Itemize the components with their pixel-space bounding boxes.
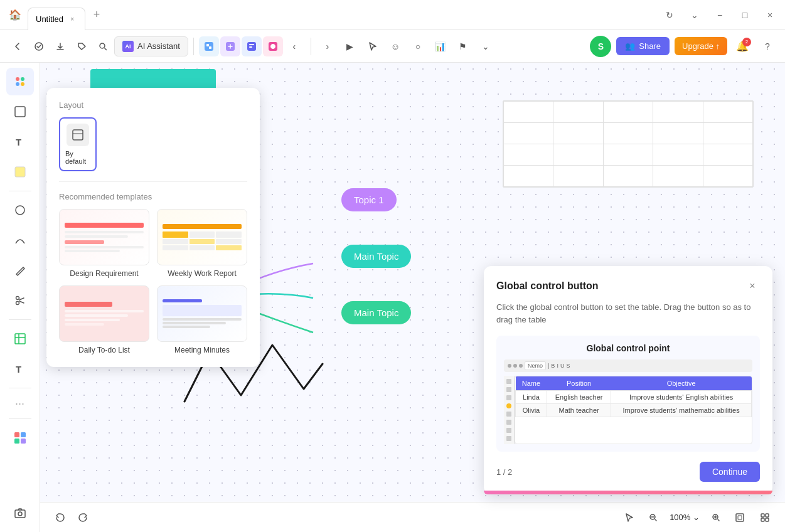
template-weekly[interactable]: Weekly Work Report [157, 209, 247, 278]
panel-description: Click the global control button to set t… [496, 301, 760, 326]
template-thumb-meeting [157, 285, 247, 342]
app-icon-1[interactable] [199, 36, 219, 56]
sidebar-palette-tool[interactable] [6, 68, 34, 95]
template-meeting[interactable]: Meeting Minutes [157, 285, 247, 354]
sidebar-text2-tool[interactable]: T [6, 355, 34, 383]
default-layout-label: By default [65, 150, 90, 165]
sidebar-scissors-tool[interactable] [6, 287, 34, 314]
template-label-daily: Daily To-do List [59, 346, 149, 354]
chart-tool[interactable]: 📊 [430, 36, 451, 56]
zoom-value[interactable]: 100% ⌄ [665, 510, 705, 524]
sidebar-sticky-tool[interactable] [6, 158, 34, 186]
mindmap-main2-node[interactable]: Main Topic [341, 301, 411, 324]
svg-rect-26 [15, 510, 25, 518]
preview-th-name: Name [516, 376, 547, 391]
sidebar-capture-tool[interactable] [6, 499, 34, 527]
preview-title: Global control point [504, 343, 752, 353]
back-btn[interactable] [8, 36, 28, 56]
app-icon-3[interactable] [242, 36, 262, 56]
continue-btn[interactable]: Continue [700, 462, 760, 482]
user-avatar[interactable]: S [590, 36, 611, 57]
redo-btn[interactable] [73, 508, 93, 528]
smiley-tool[interactable]: ☺ [385, 36, 405, 56]
sidebar-pen-tool[interactable] [6, 257, 34, 284]
preview-toolbar-sep: | [548, 363, 549, 369]
app-icon-2[interactable] [220, 36, 240, 56]
svg-point-10 [16, 77, 19, 81]
bottom-toolbar: 100% ⌄ [40, 502, 785, 532]
mindmap-topic1-node[interactable]: Topic 1 [341, 188, 397, 211]
sidebar-curve-tool[interactable] [6, 226, 34, 254]
new-tab-btn[interactable]: + [88, 6, 105, 24]
ai-icon: AI [122, 41, 134, 52]
collapse-btn[interactable]: ‹ [284, 36, 304, 56]
fit-view-btn[interactable] [730, 508, 750, 528]
save-btn[interactable] [29, 36, 49, 56]
more-tools[interactable]: ⌄ [476, 36, 496, 56]
minimize-btn[interactable]: − [710, 5, 730, 25]
svg-rect-2 [205, 42, 213, 51]
share-label: Share [639, 41, 661, 51]
download-btn[interactable] [50, 36, 70, 56]
pagination: 1 / 2 [496, 467, 512, 477]
upgrade-button[interactable]: Upgrade ↑ [675, 37, 727, 55]
undo-btn[interactable] [50, 508, 70, 528]
sidebar-text-tool[interactable]: T [6, 128, 34, 156]
refresh-btn[interactable]: ↻ [660, 5, 680, 25]
prev-sidebar-icon-1 [506, 379, 511, 384]
template-label-meeting: Meeting Minutes [157, 346, 247, 354]
sidebar-apps-btn[interactable] [6, 424, 34, 452]
left-sidebar: T T ··· [0, 63, 40, 532]
template-design-req[interactable]: Design Requirement [59, 209, 149, 278]
svg-rect-24 [14, 439, 19, 444]
templates-grid: Design Requirement [59, 209, 247, 354]
sidebar-more-dots[interactable]: ··· [15, 393, 24, 413]
help-btn[interactable]: ? [757, 36, 777, 56]
template-daily[interactable]: Daily To-do List [59, 285, 149, 354]
cursor-tool[interactable] [363, 36, 383, 56]
toolbar-center: › ▶ ☺ ○ 📊 ⚑ ⌄ [318, 36, 496, 56]
app-icon-4[interactable] [263, 36, 283, 56]
play-btn[interactable]: ▶ [340, 36, 360, 56]
template-label-design: Design Requirement [59, 269, 149, 278]
panel-close-btn[interactable]: × [745, 279, 760, 294]
zoom-in-btn[interactable] [707, 509, 725, 526]
forward-btn[interactable]: › [318, 36, 338, 56]
preview-cell-pos-2: Math teacher [547, 404, 611, 417]
maximize-btn[interactable]: □ [735, 5, 755, 25]
svg-rect-34 [761, 518, 764, 521]
table-widget[interactable] [503, 100, 754, 188]
panel-footer: 1 / 2 Continue [496, 462, 760, 482]
search-btn[interactable] [93, 36, 113, 56]
dropdown-btn[interactable]: ⌄ [685, 5, 705, 25]
grid-view-btn[interactable] [755, 508, 775, 528]
ai-assistant-btn[interactable]: AI AI Assistant [114, 36, 188, 56]
home-tab-icon[interactable]: 🏠 [5, 5, 25, 25]
zoom-out-btn[interactable] [644, 509, 662, 526]
tab-close-btn[interactable]: × [67, 14, 77, 24]
circle-tool[interactable]: ○ [408, 36, 428, 56]
preview-cell-obj-2: Improve students' mathematic abilities [611, 404, 752, 417]
notification-btn[interactable]: 🔔 2 [732, 36, 752, 56]
mindmap-main1-node[interactable]: Main Topic [341, 245, 411, 268]
canvas-area[interactable]: Layout By default Recommended templates [40, 63, 785, 532]
pointer-mode-btn[interactable] [619, 508, 639, 528]
sidebar-table-tool[interactable] [6, 325, 34, 353]
panel-divider-1 [59, 181, 247, 182]
preview-th-position: Position [547, 376, 611, 391]
sidebar-frame-tool[interactable] [6, 98, 34, 125]
share-button[interactable]: 👥 Share [616, 37, 670, 55]
default-layout-option[interactable]: By default [59, 117, 97, 171]
layout-panel: Layout By default Recommended templates [46, 88, 260, 367]
close-btn[interactable]: × [760, 5, 780, 25]
share-icon: 👥 [625, 41, 635, 51]
preview-table: Name Position Objective Linda English te… [515, 376, 752, 417]
preview-dot-2 [513, 364, 517, 368]
sidebar-divider-4 [9, 418, 31, 419]
svg-rect-14 [15, 107, 25, 117]
sidebar-shape-tool[interactable] [6, 196, 34, 224]
flag-tool[interactable]: ⚑ [453, 36, 473, 56]
tag-btn[interactable] [72, 36, 92, 56]
tab-label: Untitled [36, 14, 63, 24]
active-tab[interactable]: Untitled × [28, 8, 85, 30]
